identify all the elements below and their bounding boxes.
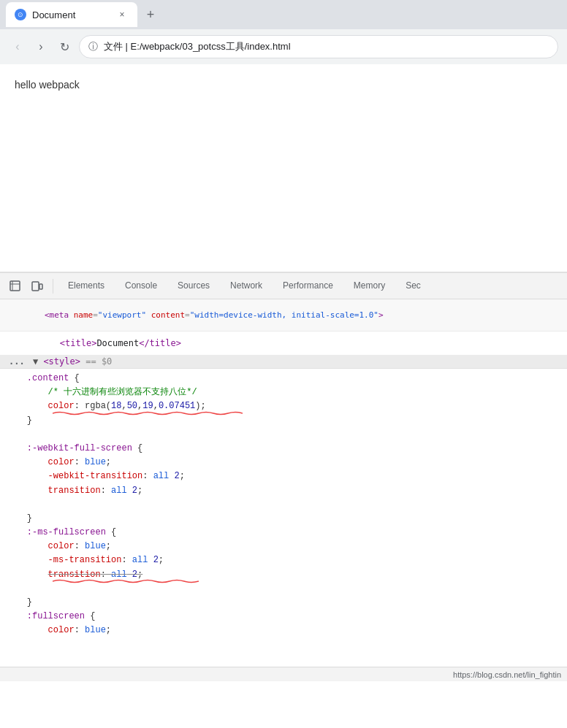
tab-title: Document: [32, 9, 75, 20]
code-line-ms-transition2-strikethrough: transition: all 2;: [0, 568, 567, 582]
html-meta-line: <meta name="viewport" content="width=dev…: [0, 299, 567, 332]
cursor-tool-button[interactable]: [6, 277, 25, 296]
code-line-blank-3: [0, 582, 567, 596]
info-icon: ⓘ: [88, 40, 98, 53]
address-text: 文件 | E:/webpack/03_potcss工具/index.html: [104, 40, 549, 53]
style-header-row: ... ▼ <style> == $0: [0, 355, 567, 369]
tab-network[interactable]: Network: [221, 273, 271, 299]
toolbar-divider: [53, 279, 53, 294]
tab-memory[interactable]: Memory: [345, 273, 394, 299]
code-line-close-brace-1: }: [0, 414, 567, 428]
tab-bar: ⊙ Document × +: [0, 0, 567, 29]
back-button[interactable]: ‹: [9, 38, 26, 55]
code-area: .content { /* 十六进制有些浏览器不支持八位*/ color: rg…: [0, 369, 567, 667]
style-dollar: $0: [102, 356, 112, 367]
code-line-fullscreen-selector: :fullscreen {: [0, 610, 567, 624]
status-url: https://blog.csdn.net/lin_fightin: [453, 670, 561, 679]
title-text: Document: [96, 338, 139, 348]
title-line: <title>Document</title>: [0, 332, 567, 355]
code-line-color-rgba: color: rgba(18,50,19,0.07451);: [0, 399, 567, 413]
style-tag: <style>: [43, 356, 80, 367]
code-line-ms-transition: -ms-transition: all 2;: [0, 553, 567, 567]
devtools-status-bar: https://blog.csdn.net/lin_fightin: [0, 667, 567, 681]
code-line-blank-2: [0, 498, 567, 512]
webpage-content: hello webpack: [0, 64, 567, 272]
svg-rect-3: [32, 282, 39, 291]
device-mode-button[interactable]: [28, 277, 47, 296]
svg-rect-0: [10, 281, 20, 291]
code-line-webkit-transition: -webkit-transition: all 2;: [0, 470, 567, 483]
code-line-close-brace-3: }: [0, 596, 567, 610]
code-line-content-selector: .content {: [0, 372, 567, 386]
code-line-webkit-transition2: transition: all 2;: [0, 484, 567, 498]
code-line-webkit-color: color: blue;: [0, 456, 567, 470]
code-line-webkit-selector: :-webkit-full-screen {: [0, 442, 567, 456]
tab-performance[interactable]: Performance: [274, 273, 342, 299]
browser-chrome: ⊙ Document × + ‹ › ↻ ⓘ 文件 | E:/webpack/0…: [0, 0, 567, 64]
code-line-close-brace-2: }: [0, 512, 567, 526]
style-equals: ==: [80, 356, 102, 367]
page-text: hello webpack: [15, 79, 80, 91]
address-input[interactable]: ⓘ 文件 | E:/webpack/03_potcss工具/index.html: [79, 35, 558, 58]
tab-console[interactable]: Console: [116, 273, 166, 299]
tab-sources[interactable]: Sources: [169, 273, 218, 299]
devtools-toolbar: Elements Console Sources Network Perform…: [0, 273, 567, 299]
code-line-comment: /* 十六进制有些浏览器不支持八位*/: [0, 386, 567, 399]
code-line-fullscreen-color: color: blue;: [0, 624, 567, 637]
title-tag-close: </title>: [139, 338, 181, 348]
refresh-button[interactable]: ↻: [56, 38, 73, 55]
tab-close-button[interactable]: ×: [115, 8, 129, 21]
devtools-panel: Elements Console Sources Network Perform…: [0, 272, 567, 681]
tab-sec[interactable]: Sec: [397, 273, 430, 299]
new-tab-button[interactable]: +: [140, 4, 161, 25]
title-tag-open: <title>: [60, 338, 97, 348]
code-line-ms-color: color: blue;: [0, 540, 567, 553]
ellipsis-button[interactable]: ...: [6, 356, 28, 367]
code-line-blank-1: [0, 428, 567, 442]
tab-elements[interactable]: Elements: [59, 273, 113, 299]
address-bar: ‹ › ↻ ⓘ 文件 | E:/webpack/03_potcss工具/inde…: [0, 29, 567, 64]
active-tab[interactable]: ⊙ Document ×: [6, 2, 137, 27]
code-line-ms-selector: :-ms-fullscreen {: [0, 526, 567, 540]
svg-rect-4: [39, 284, 42, 289]
tab-favicon: ⊙: [15, 9, 26, 20]
forward-button[interactable]: ›: [32, 38, 50, 55]
style-triangle: ▼: [33, 356, 38, 367]
